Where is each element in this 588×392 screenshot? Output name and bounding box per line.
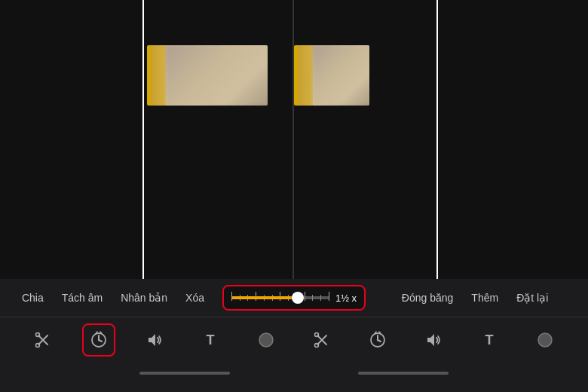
text-right-button[interactable]: T: [473, 323, 506, 357]
speed-left-button[interactable]: [82, 323, 115, 357]
timeline-area: [0, 0, 588, 279]
left-playhead: [142, 0, 144, 279]
svg-point-7: [98, 338, 100, 340]
label-dat-lai[interactable]: Đặt lại: [507, 292, 557, 304]
speed-fill: [231, 296, 298, 299]
label-nhan-ban[interactable]: Nhân bản: [112, 292, 176, 304]
filter-right-button[interactable]: [528, 323, 562, 357]
svg-marker-24: [427, 334, 434, 346]
home-indicator-row: [0, 362, 588, 384]
speed-slider[interactable]: 1½ x: [222, 285, 366, 311]
right-playhead: [436, 0, 438, 279]
labels-row: Chia Tách âm Nhân bản Xóa: [0, 279, 588, 317]
left-labels-section: Chia Tách âm Nhân bản Xóa: [8, 292, 219, 304]
text-left-button[interactable]: T: [194, 323, 227, 357]
right-labels-section: Đóng băng Thêm Đặt lại: [369, 292, 580, 304]
scissors-right-button[interactable]: [305, 323, 338, 357]
left-panel: [0, 0, 294, 279]
svg-point-2: [36, 332, 40, 336]
volume-right-button[interactable]: [417, 323, 450, 357]
svg-point-3: [36, 343, 40, 347]
label-chia[interactable]: Chia: [13, 292, 53, 304]
speed-track: [231, 296, 329, 299]
speed-right-button[interactable]: [361, 323, 394, 357]
label-dong-bang[interactable]: Đóng băng: [393, 292, 463, 304]
label-xoa[interactable]: Xóa: [176, 292, 213, 304]
scissors-left-button[interactable]: [26, 323, 60, 357]
svg-text:T: T: [485, 332, 494, 348]
clip-right[interactable]: [294, 45, 369, 106]
filter-left-button[interactable]: [250, 323, 283, 357]
svg-point-17: [315, 343, 319, 347]
svg-text:T: T: [207, 332, 215, 348]
clip-left[interactable]: [147, 45, 268, 106]
icons-row: T: [0, 317, 588, 362]
speed-label: 1½ x: [335, 292, 357, 304]
home-indicator-right: [358, 372, 449, 375]
toolbar: Chia Tách âm Nhân bản Xóa: [0, 279, 588, 392]
home-indicator-left: [139, 372, 230, 375]
svg-point-16: [315, 332, 319, 336]
label-them[interactable]: Thêm: [462, 292, 507, 304]
label-tach-am[interactable]: Tách âm: [53, 292, 112, 304]
speed-thumb[interactable]: [292, 292, 304, 304]
svg-point-21: [377, 338, 378, 340]
volume-left-button[interactable]: [138, 323, 171, 357]
right-panel: [294, 0, 588, 279]
svg-marker-10: [149, 334, 155, 346]
